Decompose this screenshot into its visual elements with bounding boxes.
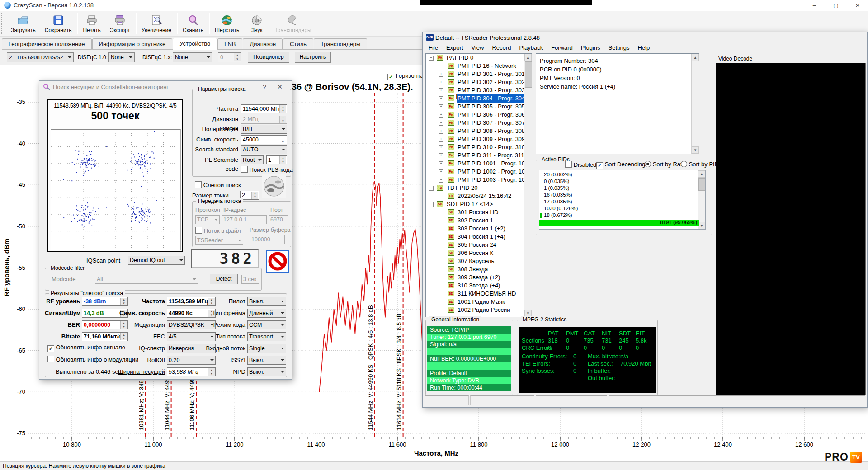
toolbar-button-export-printer[interactable]: Экспорт: [105, 11, 135, 36]
toolbar-button-zoom-page[interactable]: Увеличение: [137, 11, 176, 36]
modcode-select[interactable]: All: [95, 275, 198, 284]
collapse-icon[interactable]: −: [429, 56, 434, 61]
result-select[interactable]: Длинный: [247, 309, 286, 318]
pls-code-stepper[interactable]: 1▲▼: [266, 155, 287, 164]
pid-row[interactable]: 1 (0.035%): [539, 185, 705, 192]
menu-plugins[interactable]: Plugins: [577, 43, 604, 53]
tree-node-label[interactable]: SDT PID 17 <14>: [446, 200, 494, 208]
toolbar-button-sound[interactable]: Звук: [246, 11, 268, 36]
blind-search-checkbox[interactable]: Слепой поиск: [195, 181, 241, 188]
tab-lnb[interactable]: LNB: [217, 38, 242, 49]
tree-row[interactable]: −SDSDT PID 17 <14>: [426, 200, 532, 208]
collapse-icon[interactable]: −: [429, 186, 434, 191]
spinner-arrows-icon[interactable]: ▲▼: [279, 105, 286, 113]
tree-row[interactable]: +PnPMT PID 310 - Progr. 310: [426, 143, 532, 151]
ip-field[interactable]: 127.0.0.1: [222, 215, 267, 224]
menu-view[interactable]: View: [467, 43, 488, 53]
expand-icon[interactable]: +: [439, 129, 443, 134]
tree-row[interactable]: −PAPAT PID 0: [426, 54, 532, 62]
tree-node-label[interactable]: PMT PID 308 - Progr. 308: [457, 127, 526, 135]
tab-стиль[interactable]: Стиль: [283, 38, 313, 49]
dot-size-stepper[interactable]: 2▲▼: [240, 191, 259, 200]
tab-информация-о-спутнике[interactable]: Информация о спутнике: [92, 38, 173, 49]
tree-row[interactable]: +PnPMT PID 304 - Progr. 304: [426, 94, 532, 103]
tree-row[interactable]: PnPMT PID 16 - Network: [426, 62, 532, 70]
expand-icon[interactable]: +: [439, 161, 443, 166]
scroll-up-icon[interactable]: ▲: [692, 54, 699, 61]
protocol-select[interactable]: TCP: [195, 215, 220, 224]
tree-row[interactable]: SD302 Россия 1: [426, 216, 532, 225]
pid-row[interactable]: 16 (0.035%): [539, 192, 705, 198]
tree-row[interactable]: SD308 Звезда: [426, 265, 532, 273]
expand-icon[interactable]: +: [439, 153, 443, 158]
menu-playback[interactable]: Playback: [515, 43, 547, 53]
checkbox-icon[interactable]: [195, 227, 202, 234]
checkbox-icon[interactable]: [195, 181, 202, 188]
param-select[interactable]: Root: [241, 155, 264, 164]
positioner-button[interactable]: Позиционер: [248, 52, 289, 63]
pid-row[interactable]: 0 (0.035%): [539, 178, 705, 185]
menu-settings[interactable]: Settings: [604, 43, 633, 53]
tree-node-label[interactable]: PMT PID 309 - Progr. 309: [457, 135, 526, 143]
tree-node-label[interactable]: PMT PID 304 - Progr. 304: [457, 94, 526, 103]
tree-node-label[interactable]: PMT PID 311 - Progr. 311: [457, 151, 525, 160]
expand-icon[interactable]: +: [439, 113, 443, 118]
tree-row[interactable]: +PnPMT PID 1003 - Progr. 1003: [426, 176, 532, 184]
tree-row[interactable]: +PnPMT PID 302 - Progr. 302: [426, 78, 532, 86]
tree-row[interactable]: +PnPMT PID 311 - Progr. 311: [426, 151, 532, 160]
tree-node-label[interactable]: PMT PID 306 - Progr. 306: [457, 111, 526, 119]
tree-node-label[interactable]: 303 Россия 1 (+2): [457, 225, 506, 233]
checkbox-icon[interactable]: ✓: [596, 162, 603, 169]
result-select[interactable]: Выкл.: [247, 367, 286, 376]
collapse-icon[interactable]: −: [429, 202, 434, 207]
tree-row[interactable]: −TDTDT PID 20: [426, 184, 532, 192]
tree-row[interactable]: +PnPMT PID 307 - Progr. 307: [426, 119, 532, 127]
radio-icon[interactable]: [681, 161, 687, 167]
pid-tree-pane[interactable]: −PAPAT PID 0PnPMT PID 16 - Network+PnPMT…: [425, 53, 532, 317]
tree-row[interactable]: SD307 Карусель: [426, 257, 532, 265]
toolbar-button-save-floppy[interactable]: Сохранить: [40, 11, 76, 36]
param-stepper[interactable]: 11544,000 МГц▲▼: [241, 104, 287, 113]
tree-node-label[interactable]: TDT PID 20: [446, 184, 478, 192]
expand-icon[interactable]: +: [439, 72, 443, 77]
tree-node-label[interactable]: 301 Россия HD: [457, 208, 499, 216]
sort-by-rate-radio[interactable]: Sort by Rate: [645, 161, 685, 168]
tree-node-label[interactable]: 302 Россия 1: [457, 216, 494, 225]
iqscan-select[interactable]: Demod IQ out: [128, 256, 185, 265]
tree-node-label[interactable]: PMT PID 310 - Progr. 310: [457, 143, 526, 151]
param-select[interactable]: В/П: [241, 125, 287, 134]
menu-file[interactable]: File: [425, 43, 442, 53]
tree-node-label[interactable]: PMT PID 307 - Progr. 307: [457, 119, 526, 127]
toolbar-button-crawl-globe[interactable]: Шерстить: [210, 11, 244, 36]
expand-icon[interactable]: +: [439, 96, 443, 101]
tree-row[interactable]: SD1002 Радио России: [426, 306, 532, 314]
tree-row[interactable]: +PnPMT PID 308 - Progr. 308: [426, 127, 532, 135]
tree-node-label[interactable]: 1001 Радио Маяк: [457, 298, 506, 306]
detect-interval-stepper[interactable]: 3 сек: [241, 275, 259, 284]
tree-node-label[interactable]: PMT PID 1002 - Progr. 1002: [457, 168, 532, 176]
pid-row-max-bar[interactable]: 8191 (99.069%): [539, 220, 699, 226]
checkbox-icon[interactable]: [565, 161, 572, 168]
tree-row[interactable]: SD309 Звезда (+2): [426, 273, 532, 282]
tree-node-label[interactable]: PMT PID 302 - Progr. 302: [457, 78, 526, 86]
update-info-checkbox[interactable]: ✓ Обновлять инфо сигнале: [47, 344, 125, 352]
disabled-checkbox[interactable]: Disabled: [565, 161, 596, 168]
result-select[interactable]: CCM: [247, 320, 286, 329]
tree-row[interactable]: +PnPMT PID 306 - Progr. 306: [426, 111, 532, 119]
param-stepper[interactable]: 2 МГц▲▼: [241, 115, 287, 124]
tree-node-label[interactable]: PMT PID 16 - Network: [457, 62, 517, 70]
program-info-pane[interactable]: Program Number: 304PCR on PID 0 (0x0000)…: [536, 53, 699, 154]
tree-row[interactable]: SD305 Россия 24: [426, 241, 532, 249]
reader-select[interactable]: TSReader: [195, 236, 243, 245]
scroll-up-icon[interactable]: ▲: [698, 170, 705, 178]
tree-node-label[interactable]: 309 Звезда (+2): [457, 273, 501, 282]
port-stepper[interactable]: 6970: [269, 215, 288, 224]
tree-node-label[interactable]: PMT PID 305 - Progr. 305: [457, 103, 526, 111]
active-pids-list[interactable]: 20 (0.002%)0 (0.035%)1 (0.035%)16 (0.035…: [539, 170, 706, 230]
tab-географическое-положение[interactable]: Географическое положение: [2, 38, 92, 49]
minimize-button[interactable]: –: [804, 0, 825, 11]
toolbar-button-scan-magnifier[interactable]: Сканить: [178, 11, 208, 36]
tree-row[interactable]: +PnPMT PID 305 - Progr. 305: [426, 103, 532, 111]
radio-icon[interactable]: [645, 161, 651, 167]
tree-node-label[interactable]: PMT PID 1003 - Progr. 1003: [457, 176, 532, 184]
